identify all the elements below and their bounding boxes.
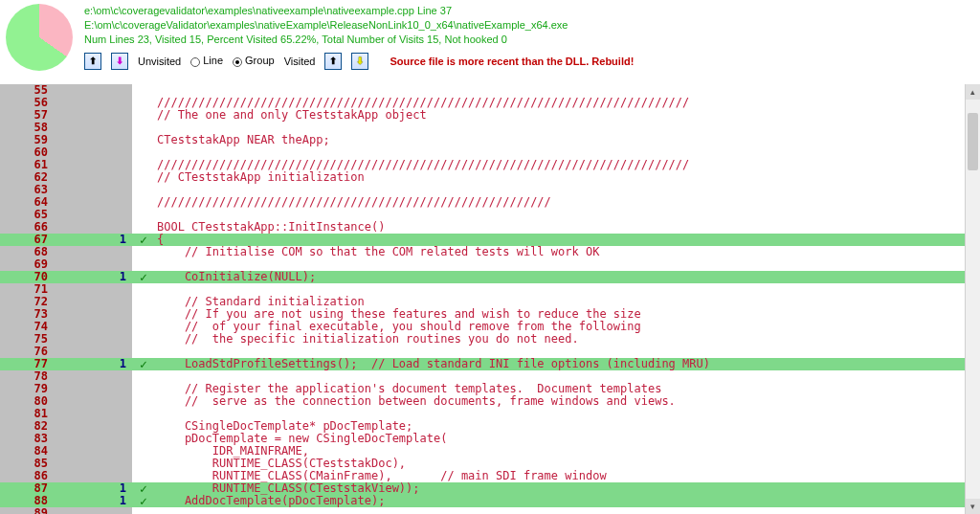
code-row[interactable]: 64//////////////////////////////////////… [0,196,980,209]
hit-count: 1 [54,495,132,507]
code-row[interactable]: 62// CTeststakApp initialization [0,171,980,184]
hit-count [54,321,132,333]
hit-count [54,458,132,470]
visited-check-icon [132,246,155,258]
coverage-toolbar: ⬆ ⬇ Unvisited Line Group Visited ⬆ ⬇ Sou… [84,53,634,70]
code-row[interactable]: 58 [0,122,980,134]
stats-line: Num Lines 23, Visited 15, Percent Visite… [84,33,634,47]
radio-line[interactable]: Line [190,55,223,66]
scroll-up-button[interactable]: ▴ [966,84,980,100]
source-text: CoInitialize(NULL); [155,271,980,283]
visited-check-icon: ✓ [132,271,155,283]
visited-check-icon [132,171,155,184]
visited-check-icon [132,122,155,134]
code-row[interactable]: 56//////////////////////////////////////… [0,97,980,109]
unvisited-label: Unvisited [138,56,181,67]
code-row[interactable]: 71 [0,283,980,296]
visited-check-icon [132,97,155,109]
visited-check-icon [132,383,155,395]
source-text: AddDocTemplate(pDocTemplate); [155,495,980,507]
source-path-line: e:\om\c\coveragevalidator\examples\nativ… [84,4,634,18]
code-row[interactable]: 84 IDR_MAINFRAME, [0,445,980,458]
source-text: BOOL CTeststakApp::InitInstance() [155,221,980,234]
hit-count [54,109,132,122]
code-row[interactable]: 59CTeststakApp NEAR theApp; [0,134,980,146]
hit-count [54,296,132,308]
code-row[interactable]: 81 [0,408,980,420]
source-text: // The one and only CTeststakApp object [155,109,980,122]
visited-check-icon [132,196,155,209]
visited-check-icon [132,458,155,470]
hit-count [54,209,132,221]
visited-check-icon [132,283,155,296]
source-text: // Initialise COM so that the COM relate… [155,246,980,258]
scroll-thumb[interactable] [968,113,978,170]
prev-unvisited-button[interactable]: ⬆ [84,53,101,70]
hit-count: 1 [54,358,132,370]
visited-check-icon [132,420,155,433]
code-row[interactable]: 65 [0,209,980,221]
hit-count [54,134,132,146]
hit-count: 1 [54,271,132,283]
pie-icon [6,4,73,71]
visited-check-icon [132,308,155,321]
visited-check-icon: ✓ [132,495,155,507]
code-row[interactable]: 61//////////////////////////////////////… [0,159,980,171]
hit-count [54,395,132,408]
hit-count [54,196,132,209]
source-text: // serve as the connection between docum… [155,395,980,408]
code-row[interactable]: 83 pDocTemplate = new CSingleDocTemplate… [0,433,980,445]
source-text [155,507,980,514]
visited-check-icon [132,333,155,346]
source-text: // CTeststakApp initialization [155,171,980,184]
rebuild-warning: Source file is more recent than the DLL.… [390,56,634,67]
code-row[interactable]: 881✓ AddDocTemplate(pDocTemplate); [0,495,980,507]
hit-count [54,84,132,97]
source-text: LoadStdProfileSettings(); // Load standa… [155,358,980,370]
code-row[interactable]: 57// The one and only CTeststakApp objec… [0,109,980,122]
code-row[interactable]: 771✓ LoadStdProfileSettings(); // Load s… [0,358,980,370]
source-text: // the specific initialization routines … [155,333,980,346]
visited-check-icon [132,109,155,122]
prev-visited-button[interactable]: ⬆ [324,53,342,70]
source-text: ////////////////////////////////////////… [155,196,980,209]
code-row[interactable]: 82 CSingleDocTemplate* pDocTemplate; [0,420,980,433]
code-row[interactable]: 68 // Initialise COM so that the COM rel… [0,246,980,258]
hit-count [54,383,132,395]
header-panel: e:\om\c\coveragevalidator\examples\nativ… [0,0,980,73]
visited-check-icon [132,433,155,445]
hit-count [54,507,132,514]
visited-check-icon: ✓ [132,358,155,370]
visited-check-icon [132,209,155,221]
next-unvisited-button[interactable]: ⬇ [111,53,128,70]
hit-count [54,97,132,109]
hit-count [54,184,132,196]
hit-count [54,433,132,445]
hit-count [54,171,132,184]
hit-count [54,159,132,171]
coverage-pie-chart [6,4,73,71]
scroll-down-button[interactable]: ▾ [966,499,980,514]
vertical-scrollbar[interactable]: ▴ ▾ [965,84,980,514]
visited-check-icon [132,146,155,159]
hit-count [54,370,132,383]
source-code-area: 5556////////////////////////////////////… [0,84,980,514]
next-visited-button[interactable]: ⬇ [351,53,368,70]
visited-check-icon [132,395,155,408]
exe-path-line: E:\om\c\coverageValidator\examples\nativ… [84,18,634,33]
hit-count [54,146,132,159]
visited-check-icon [132,507,155,514]
code-row[interactable]: 75 // the specific initialization routin… [0,333,980,346]
visited-check-icon [132,408,155,420]
hit-count [54,408,132,420]
hit-count [54,445,132,458]
code-row[interactable]: 89 [0,507,980,514]
hit-count [54,420,132,433]
hit-count [54,122,132,134]
radio-group[interactable]: Group [233,55,275,66]
visited-check-icon [132,296,155,308]
source-text: CTeststakApp NEAR theApp; [155,134,980,146]
code-row[interactable]: 701✓ CoInitialize(NULL); [0,271,980,283]
code-row[interactable]: 80 // serve as the connection between do… [0,395,980,408]
header-info: e:\om\c\coveragevalidator\examples\nativ… [84,4,634,47]
